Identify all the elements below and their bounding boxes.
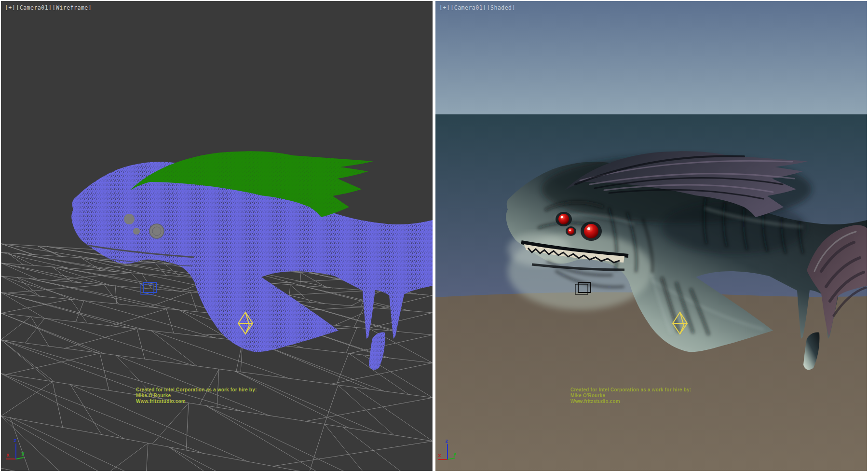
viewport-menu-general[interactable]: [+] — [5, 4, 15, 11]
fish-model-wireframe[interactable] — [71, 151, 433, 371]
axis-tripod: x y z — [6, 437, 25, 459]
viewport-label: [+][Camera01][Wireframe] — [5, 4, 92, 11]
viewport-wireframe[interactable]: x y z [+][Camera01][Wireframe] Created f… — [1, 1, 433, 471]
axis-y-label: y — [453, 451, 457, 457]
eye-big — [584, 224, 598, 238]
axis-x-label: x — [6, 452, 10, 458]
viewport-menu-shading[interactable]: [Wireframe] — [53, 4, 92, 11]
application-window: x y z [+][Camera01][Wireframe] Created f… — [0, 0, 868, 472]
viewport-label: [+][Camera01][Shaded] — [439, 4, 516, 11]
viewport-menu-general[interactable]: [+] — [439, 4, 450, 11]
eye-left — [558, 214, 569, 224]
viewport-menu-camera[interactable]: [Camera01] — [450, 4, 486, 11]
axis-z-label: z — [14, 437, 17, 444]
axis-z-label: z — [445, 438, 448, 444]
viewport-shaded[interactable]: x y z [+][Camera01][Shaded] Created for … — [435, 1, 867, 471]
axis-y-label: y — [21, 450, 25, 457]
viewport-divider[interactable] — [433, 0, 435, 472]
eye-small — [568, 228, 574, 235]
watermark-text: Created for Intel Corporation as a work … — [570, 387, 730, 404]
watermark-text: Created for Intel Corporation as a work … — [136, 387, 295, 404]
axis-x-label: x — [438, 452, 441, 458]
viewport-menu-shading[interactable]: [Shaded] — [487, 4, 515, 11]
viewport-menu-camera[interactable]: [Camera01] — [16, 4, 52, 11]
sky — [435, 1, 867, 115]
